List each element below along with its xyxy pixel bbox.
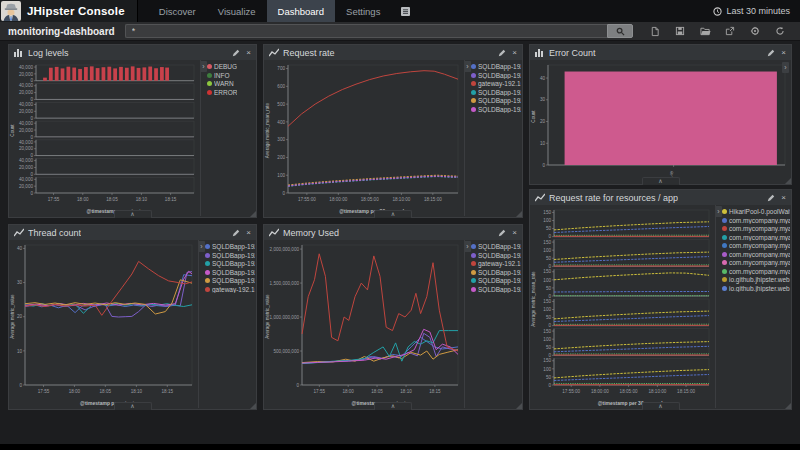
legend-color-dot	[205, 287, 210, 292]
chart-request-rate-resources[interactable]: 0501001500501001500501001500501001500501…	[530, 205, 715, 408]
legend-item[interactable]: ERROR	[207, 89, 255, 97]
svg-text:100: 100	[543, 218, 551, 223]
options-button[interactable]	[749, 25, 761, 37]
edit-icon[interactable]	[767, 49, 775, 57]
resize-handle[interactable]	[516, 211, 522, 217]
save-icon	[675, 26, 685, 36]
legend-item[interactable]: SQLDBapp-192.168.4...	[471, 89, 521, 97]
close-icon[interactable]: ×	[512, 49, 517, 57]
close-icon[interactable]: ×	[781, 49, 786, 57]
save-dashboard-button[interactable]	[674, 25, 686, 37]
legend-item[interactable]: SQLDBapp-192.168.4...	[205, 260, 255, 268]
legend-collapse-icon[interactable]: ›	[464, 241, 471, 252]
close-icon[interactable]: ×	[246, 229, 251, 237]
panel-header[interactable]: Memory Used ×	[264, 225, 522, 240]
svg-text:18:10: 18:10	[131, 389, 143, 394]
resize-handle[interactable]	[785, 403, 791, 409]
resize-handle[interactable]	[250, 211, 256, 217]
collapse-panel-icon[interactable]: ∧	[374, 402, 412, 410]
collapse-panel-icon[interactable]: ∧	[642, 177, 680, 185]
close-icon[interactable]: ×	[781, 194, 786, 202]
search-input[interactable]	[125, 24, 607, 38]
search-button[interactable]	[607, 24, 633, 38]
nav-item-visualize[interactable]: Visualize	[207, 0, 267, 22]
chart-log-levels[interactable]: 020,00040,000020,00040,000020,00040,0000…	[9, 60, 200, 216]
nav-item-settings[interactable]: Settings	[335, 0, 391, 22]
open-dashboard-button[interactable]	[699, 25, 711, 37]
collapse-panel-icon[interactable]: ∧	[374, 210, 412, 218]
chart-thread-count[interactable]: 01020304017:5518:0018:0518:1018:15@times…	[9, 240, 198, 408]
svg-text:600: 600	[277, 84, 285, 89]
legend-color-dot	[207, 81, 212, 86]
panel-header[interactable]: Request rate ×	[264, 45, 522, 60]
legend-item[interactable]: INFO	[207, 72, 255, 80]
legend-item[interactable]: SQLDBapp-192.168.4...	[471, 286, 521, 294]
brand[interactable]: JHipster Console	[0, 0, 138, 22]
legend-collapse-icon[interactable]: ›	[198, 241, 205, 252]
legend-collapse-icon[interactable]: ›	[200, 61, 207, 72]
legend-item[interactable]: SQLDBapp-192.168.4...	[471, 269, 521, 277]
collapse-panel-icon[interactable]: ∧	[114, 210, 152, 218]
panel-header[interactable]: Request rate for resources / app ×	[530, 190, 791, 205]
collapse-panel-icon[interactable]: ∧	[642, 402, 680, 410]
nav-item-discover[interactable]: Discover	[148, 0, 207, 22]
resize-handle[interactable]	[785, 178, 791, 184]
legend-item[interactable]: SQLDBapp-192.168.4...	[471, 252, 521, 260]
top-navbar: JHipster Console Discover Visualize Dash…	[0, 0, 800, 22]
legend-item[interactable]: SQLDBapp-192.168.4...	[471, 106, 521, 114]
legend-item[interactable]: com.mycompany.myap...	[722, 268, 790, 276]
legend-collapse-icon[interactable]: ›	[715, 206, 722, 217]
legend-item[interactable]: SQLDBapp-192.168.4...	[205, 243, 255, 251]
legend-item[interactable]: com.mycompany.myap...	[722, 242, 790, 250]
legend-item[interactable]: DEBUG	[207, 63, 255, 71]
panel-header[interactable]: Error Count ×	[530, 45, 791, 60]
legend-item[interactable]: com.mycompany.myap...	[722, 225, 790, 233]
panel-title: Memory Used	[283, 228, 339, 238]
legend-item[interactable]: SQLDBapp-192.168.4...	[205, 252, 255, 260]
legend-collapse-icon[interactable]: ›	[782, 62, 789, 73]
legend-item[interactable]: com.mycompany.myap...	[722, 251, 790, 259]
edit-icon[interactable]	[498, 229, 506, 237]
legend-item[interactable]: SQLDBapp-192.168.4...	[205, 277, 255, 285]
legend-item[interactable]: SQLDBapp-192.168.4...	[471, 72, 521, 80]
share-dashboard-button[interactable]	[724, 25, 736, 37]
legend-item[interactable]: io.github.jhipster.web.r...	[722, 285, 790, 293]
refresh-button[interactable]	[774, 25, 786, 37]
legend-item[interactable]: HikariPool-0.poolWait	[722, 208, 790, 216]
resize-handle[interactable]	[516, 403, 522, 409]
close-icon[interactable]: ×	[512, 229, 517, 237]
panel-header[interactable]: Thread count ×	[9, 225, 256, 240]
legend-item[interactable]: gateway-192.168.43.8...	[471, 260, 521, 268]
legend-item[interactable]: com.mycompany.myap...	[722, 217, 790, 225]
legend-item[interactable]: gateway-192.168.43.8...	[471, 80, 521, 88]
legend-item[interactable]: SQLDBapp-192.168.4...	[205, 269, 255, 277]
svg-text:0: 0	[548, 294, 551, 299]
edit-icon[interactable]	[498, 49, 506, 57]
resize-handle[interactable]	[250, 403, 256, 409]
chart-memory-used[interactable]: 0500,000,0001,000,000,0001,500,000,0002,…	[264, 240, 464, 408]
close-icon[interactable]: ×	[246, 49, 251, 57]
new-dashboard-button[interactable]	[649, 25, 661, 37]
legend-item[interactable]: io.github.jhipster.web.r...	[722, 276, 790, 284]
edit-icon[interactable]	[767, 194, 775, 202]
legend-item[interactable]: SQLDBapp-192.168.4...	[471, 243, 521, 251]
svg-text:300: 300	[277, 137, 285, 142]
legend-label: SQLDBapp-192.168.4...	[478, 89, 521, 97]
nav-menu-button[interactable]	[391, 0, 420, 22]
legend-item[interactable]: gateway-192.168.43.8...	[205, 286, 255, 294]
edit-icon[interactable]	[232, 49, 240, 57]
legend-item[interactable]: com.mycompany.myap...	[722, 259, 790, 267]
nav-item-dashboard[interactable]: Dashboard	[267, 0, 335, 22]
panel-header[interactable]: Log levels ×	[9, 45, 256, 60]
time-range-picker[interactable]: Last 30 minutes	[703, 0, 800, 22]
legend-item[interactable]: SQLDBapp-192.168.4...	[471, 97, 521, 105]
chart-error-count[interactable]: 010203040_allCount	[530, 60, 791, 183]
edit-icon[interactable]	[232, 229, 240, 237]
legend-item[interactable]: com.mycompany.myap...	[722, 234, 790, 242]
chart-request-rate[interactable]: 010020030040050060070017:55:0018:00:0018…	[264, 60, 464, 216]
legend-collapse-icon[interactable]: ›	[464, 61, 471, 72]
collapse-panel-icon[interactable]: ∧	[114, 402, 152, 410]
legend-item[interactable]: SQLDBapp-192.168.4...	[471, 277, 521, 285]
legend-item[interactable]: SQLDBapp-192.168.4...	[471, 63, 521, 71]
legend-item[interactable]: WARN	[207, 80, 255, 88]
